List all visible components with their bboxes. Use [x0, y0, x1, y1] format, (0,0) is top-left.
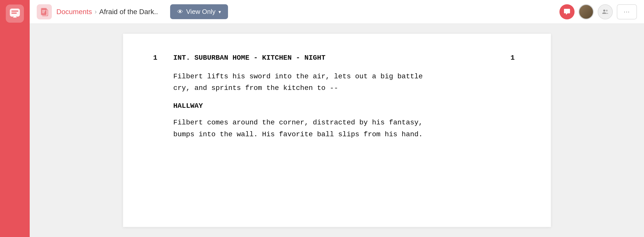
chevron-down-icon: ▾	[218, 9, 221, 15]
group-avatar[interactable]	[598, 4, 613, 19]
user-avatar[interactable]	[579, 4, 594, 19]
action-line-2: cry, and sprints from the kitchen to --	[173, 82, 521, 94]
breadcrumb: Documents › Afraid of the Dark..	[56, 8, 158, 16]
app-logo[interactable]	[6, 5, 24, 23]
breadcrumb-separator: ›	[95, 8, 97, 16]
svg-rect-0	[10, 9, 20, 17]
view-only-label: View Only	[186, 8, 216, 16]
document-area: 1 INT. SUBURBAN HOME - KITCHEN - NIGHT 1…	[30, 24, 644, 237]
action-line-4: bumps into the wall. His favorite ball s…	[173, 129, 521, 140]
comment-avatar[interactable]	[559, 4, 575, 19]
main-area: Documents › Afraid of the Dark.. 👁 View …	[30, 0, 644, 237]
more-options-button[interactable]: ···	[617, 4, 637, 19]
user-avatar-image	[579, 5, 593, 19]
header-bar: Documents › Afraid of the Dark.. 👁 View …	[30, 0, 644, 24]
svg-point-5	[603, 10, 605, 12]
view-only-button[interactable]: 👁 View Only ▾	[170, 4, 228, 19]
header-right: ···	[559, 4, 637, 19]
subheading-hallway: HALLWAY	[173, 102, 521, 110]
sidebar-strip	[0, 0, 30, 237]
action-line-1: Filbert lifts his sword into the air, le…	[173, 71, 521, 82]
scene-heading-text: INT. SUBURBAN HOME - KITCHEN - NIGHT	[173, 54, 501, 62]
scene-number-right: 1	[511, 54, 521, 62]
header-left: Documents › Afraid of the Dark.. 👁 View …	[37, 4, 228, 19]
action-line-3: Filbert comes around the corner, distrac…	[173, 117, 521, 128]
breadcrumb-current-doc: Afraid of the Dark..	[99, 8, 158, 16]
action-block-1: Filbert lifts his sword into the air, le…	[173, 71, 521, 94]
breadcrumb-documents-link[interactable]: Documents	[56, 8, 92, 16]
document-icon	[37, 4, 52, 19]
svg-point-6	[606, 10, 608, 11]
scene-number-left: 1	[153, 54, 163, 62]
eye-icon: 👁	[177, 8, 183, 15]
document-page: 1 INT. SUBURBAN HOME - KITCHEN - NIGHT 1…	[123, 34, 551, 227]
scene-heading-row: 1 INT. SUBURBAN HOME - KITCHEN - NIGHT 1	[153, 54, 521, 62]
action-block-2: Filbert comes around the corner, distrac…	[173, 117, 521, 140]
